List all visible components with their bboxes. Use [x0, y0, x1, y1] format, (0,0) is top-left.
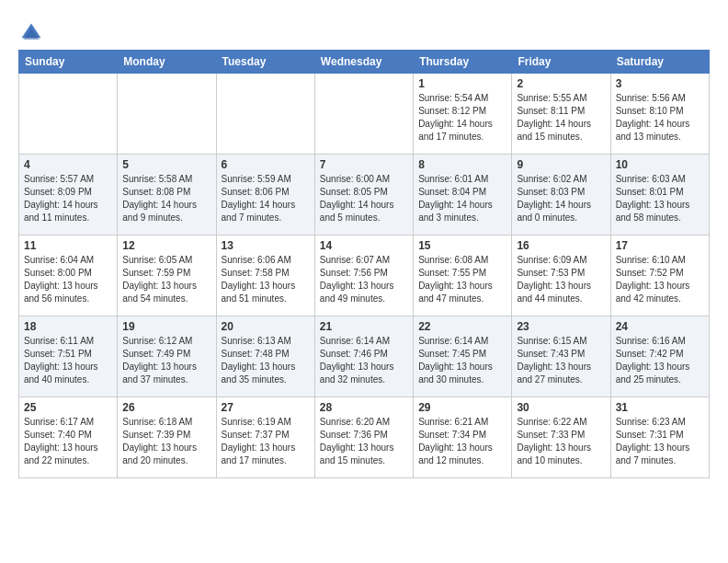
day-number: 28 [320, 401, 408, 414]
day-info: Sunrise: 6:15 AMSunset: 7:43 PMDaylight:… [517, 335, 605, 386]
week-row-4: 18Sunrise: 6:11 AMSunset: 7:51 PMDayligh… [19, 316, 710, 397]
calendar-cell [19, 74, 118, 155]
day-header-saturday: Saturday [610, 51, 709, 74]
calendar-cell: 14Sunrise: 6:07 AMSunset: 7:56 PMDayligh… [314, 236, 413, 316]
calendar-cell [216, 74, 314, 155]
day-number: 2 [517, 77, 605, 90]
header-row: SundayMondayTuesdayWednesdayThursdayFrid… [19, 51, 710, 74]
day-number: 14 [320, 239, 408, 252]
day-number: 18 [24, 320, 112, 333]
logo [18, 20, 48, 46]
week-row-3: 11Sunrise: 6:04 AMSunset: 8:00 PMDayligh… [19, 236, 710, 316]
day-number: 24 [616, 320, 704, 333]
day-number: 30 [517, 401, 605, 414]
day-header-wednesday: Wednesday [314, 51, 413, 74]
calendar-cell: 15Sunrise: 6:08 AMSunset: 7:55 PMDayligh… [414, 236, 512, 316]
day-number: 26 [122, 401, 210, 414]
day-info: Sunrise: 6:07 AMSunset: 7:56 PMDaylight:… [320, 254, 408, 305]
day-info: Sunrise: 5:54 AMSunset: 8:12 PMDaylight:… [418, 92, 506, 144]
day-info: Sunrise: 6:09 AMSunset: 7:53 PMDaylight:… [517, 254, 605, 305]
week-row-2: 4Sunrise: 5:57 AMSunset: 8:09 PMDaylight… [19, 155, 710, 236]
day-info: Sunrise: 6:14 AMSunset: 7:46 PMDaylight:… [320, 335, 408, 386]
calendar-cell [314, 74, 413, 155]
day-number: 12 [122, 239, 210, 252]
day-info: Sunrise: 6:10 AMSunset: 7:52 PMDaylight:… [616, 254, 704, 305]
day-info: Sunrise: 6:18 AMSunset: 7:39 PMDaylight:… [122, 416, 210, 467]
calendar-cell: 28Sunrise: 6:20 AMSunset: 7:36 PMDayligh… [314, 397, 413, 478]
day-info: Sunrise: 6:16 AMSunset: 7:42 PMDaylight:… [616, 335, 704, 386]
day-number: 15 [418, 239, 506, 252]
calendar-cell: 16Sunrise: 6:09 AMSunset: 7:53 PMDayligh… [512, 236, 610, 316]
calendar-cell: 31Sunrise: 6:23 AMSunset: 7:31 PMDayligh… [610, 397, 709, 478]
day-info: Sunrise: 6:00 AMSunset: 8:05 PMDaylight:… [320, 173, 408, 224]
day-number: 20 [222, 320, 310, 333]
day-number: 27 [222, 401, 310, 414]
calendar-cell: 1Sunrise: 5:54 AMSunset: 8:12 PMDaylight… [414, 74, 512, 155]
week-row-1: 1Sunrise: 5:54 AMSunset: 8:12 PMDaylight… [19, 74, 710, 155]
day-number: 29 [418, 401, 506, 414]
day-info: Sunrise: 5:59 AMSunset: 8:06 PMDaylight:… [222, 173, 310, 224]
calendar-cell: 19Sunrise: 6:12 AMSunset: 7:49 PMDayligh… [118, 316, 216, 397]
day-info: Sunrise: 6:12 AMSunset: 7:49 PMDaylight:… [122, 335, 210, 386]
calendar-cell: 12Sunrise: 6:05 AMSunset: 7:59 PMDayligh… [118, 236, 216, 316]
day-number: 1 [418, 77, 506, 90]
day-info: Sunrise: 6:02 AMSunset: 8:03 PMDaylight:… [517, 173, 605, 224]
calendar-cell: 24Sunrise: 6:16 AMSunset: 7:42 PMDayligh… [610, 316, 709, 397]
day-number: 19 [122, 320, 210, 333]
day-info: Sunrise: 5:57 AMSunset: 8:09 PMDaylight:… [24, 173, 112, 224]
day-info: Sunrise: 6:13 AMSunset: 7:48 PMDaylight:… [222, 335, 310, 386]
day-number: 9 [517, 158, 605, 171]
calendar-cell: 29Sunrise: 6:21 AMSunset: 7:34 PMDayligh… [414, 397, 512, 478]
calendar-cell: 8Sunrise: 6:01 AMSunset: 8:04 PMDaylight… [414, 155, 512, 236]
day-info: Sunrise: 6:23 AMSunset: 7:31 PMDaylight:… [616, 416, 704, 467]
day-number: 23 [517, 320, 605, 333]
calendar-cell: 26Sunrise: 6:18 AMSunset: 7:39 PMDayligh… [118, 397, 216, 478]
calendar-cell: 18Sunrise: 6:11 AMSunset: 7:51 PMDayligh… [19, 316, 118, 397]
day-info: Sunrise: 6:19 AMSunset: 7:37 PMDaylight:… [222, 416, 310, 467]
logo-icon [18, 20, 44, 46]
calendar-table: SundayMondayTuesdayWednesdayThursdayFrid… [18, 50, 710, 478]
day-number: 11 [24, 239, 112, 252]
calendar-cell: 22Sunrise: 6:14 AMSunset: 7:45 PMDayligh… [414, 316, 512, 397]
day-info: Sunrise: 6:21 AMSunset: 7:34 PMDaylight:… [418, 416, 506, 467]
day-info: Sunrise: 5:58 AMSunset: 8:08 PMDaylight:… [122, 173, 210, 224]
calendar-cell: 23Sunrise: 6:15 AMSunset: 7:43 PMDayligh… [512, 316, 610, 397]
calendar-cell [118, 74, 216, 155]
day-number: 10 [616, 158, 704, 171]
day-number: 17 [616, 239, 704, 252]
day-number: 4 [24, 158, 112, 171]
calendar-cell: 30Sunrise: 6:22 AMSunset: 7:33 PMDayligh… [512, 397, 610, 478]
day-info: Sunrise: 6:04 AMSunset: 8:00 PMDaylight:… [24, 254, 112, 305]
day-info: Sunrise: 6:08 AMSunset: 7:55 PMDaylight:… [418, 254, 506, 305]
calendar-cell: 2Sunrise: 5:55 AMSunset: 8:11 PMDaylight… [512, 74, 610, 155]
day-info: Sunrise: 6:22 AMSunset: 7:33 PMDaylight:… [517, 416, 605, 467]
day-number: 31 [616, 401, 704, 414]
calendar-cell: 10Sunrise: 6:03 AMSunset: 8:01 PMDayligh… [610, 155, 709, 236]
day-number: 25 [24, 401, 112, 414]
day-header-sunday: Sunday [19, 51, 118, 74]
day-info: Sunrise: 6:14 AMSunset: 7:45 PMDaylight:… [418, 335, 506, 386]
calendar-cell: 9Sunrise: 6:02 AMSunset: 8:03 PMDaylight… [512, 155, 610, 236]
day-header-friday: Friday [512, 51, 610, 74]
calendar-cell: 17Sunrise: 6:10 AMSunset: 7:52 PMDayligh… [610, 236, 709, 316]
day-header-monday: Monday [118, 51, 216, 74]
calendar-cell: 5Sunrise: 5:58 AMSunset: 8:08 PMDaylight… [118, 155, 216, 236]
header [18, 15, 710, 46]
calendar-cell: 3Sunrise: 5:56 AMSunset: 8:10 PMDaylight… [610, 74, 709, 155]
day-number: 3 [616, 77, 704, 90]
day-number: 6 [222, 158, 310, 171]
day-number: 13 [222, 239, 310, 252]
calendar-cell: 4Sunrise: 5:57 AMSunset: 8:09 PMDaylight… [19, 155, 118, 236]
day-number: 7 [320, 158, 408, 171]
calendar-cell: 13Sunrise: 6:06 AMSunset: 7:58 PMDayligh… [216, 236, 314, 316]
day-info: Sunrise: 6:20 AMSunset: 7:36 PMDaylight:… [320, 416, 408, 467]
calendar-cell: 20Sunrise: 6:13 AMSunset: 7:48 PMDayligh… [216, 316, 314, 397]
day-info: Sunrise: 6:11 AMSunset: 7:51 PMDaylight:… [24, 335, 112, 386]
day-info: Sunrise: 6:05 AMSunset: 7:59 PMDaylight:… [122, 254, 210, 305]
day-info: Sunrise: 6:17 AMSunset: 7:40 PMDaylight:… [24, 416, 112, 467]
day-info: Sunrise: 6:03 AMSunset: 8:01 PMDaylight:… [616, 173, 704, 224]
day-header-thursday: Thursday [414, 51, 512, 74]
calendar-cell: 7Sunrise: 6:00 AMSunset: 8:05 PMDaylight… [314, 155, 413, 236]
calendar-cell: 25Sunrise: 6:17 AMSunset: 7:40 PMDayligh… [19, 397, 118, 478]
week-row-5: 25Sunrise: 6:17 AMSunset: 7:40 PMDayligh… [19, 397, 710, 478]
